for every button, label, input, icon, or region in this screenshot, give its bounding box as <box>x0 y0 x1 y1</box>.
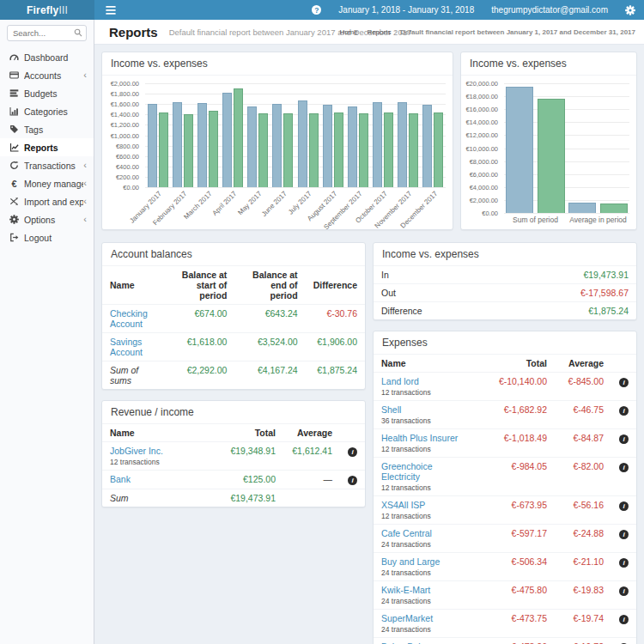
table-row: Buy and Large24 transactions €-506.34 €-… <box>374 553 636 581</box>
sidebar-item-transactions[interactable]: Transactions ‹ <box>0 156 94 174</box>
repeat-icon <box>8 161 21 170</box>
sidebar-menu: Dashboard Accounts ‹ Budgets Categories <box>0 48 94 246</box>
panel-income-expenses-chart: Income vs. expenses €0.00€200.00€400.00€… <box>101 52 453 230</box>
expense-account-link[interactable]: Shell <box>381 404 401 415</box>
table-row: JobGiver Inc. 12 transactions €19,348.91… <box>102 442 365 471</box>
user-email-button[interactable]: thegrumpydictator@gmail.com <box>483 0 617 20</box>
bar-expenses-out- <box>384 112 393 187</box>
table-row: Difference €1,875.24 <box>374 302 636 320</box>
sidebar-item-reports[interactable]: Reports <box>0 138 94 156</box>
expense-account-link[interactable]: SuperMarket <box>381 613 433 623</box>
transactions-count: 12 transactions <box>381 445 470 453</box>
chevron-left-icon: ‹ <box>83 70 87 80</box>
in-out-table: In €19,473.91 Out €-17,598.67 Difference <box>374 266 636 319</box>
bar-expenses-out- <box>409 113 418 187</box>
panel-title: Expenses <box>374 331 636 355</box>
bar-expenses-out- <box>283 113 293 187</box>
bar-expenses-out- <box>234 88 243 187</box>
sidebar-item-logout[interactable]: Logout <box>0 228 94 246</box>
sidebar-item-budgets[interactable]: Budgets <box>0 84 94 102</box>
info-icon[interactable]: i <box>619 406 629 416</box>
sidebar-item-accounts[interactable]: Accounts ‹ <box>0 66 94 84</box>
table-row: Out €-17,598.67 <box>374 284 636 302</box>
search-icon[interactable] <box>74 28 82 39</box>
expense-account-link[interactable]: Greenchoice Electricity <box>381 461 433 482</box>
settings-button[interactable] <box>617 0 644 20</box>
expense-account-link[interactable]: Cafe Central <box>381 528 432 538</box>
bar-expenses-out- <box>334 112 343 187</box>
bar-expenses-out- <box>359 113 368 187</box>
bar-income-in- <box>323 105 332 187</box>
brand-logo[interactable]: FireflyIII <box>0 0 94 20</box>
bar-expenses-out- <box>184 114 193 187</box>
info-icon[interactable]: i <box>348 447 357 457</box>
info-icon[interactable]: i <box>619 501 629 511</box>
help-button[interactable]: ? <box>303 0 330 20</box>
info-icon[interactable]: i <box>619 434 629 444</box>
table-row: Savings Account €1,618.00 €3,524.00 €1,9… <box>102 333 365 361</box>
info-icon[interactable]: i <box>619 378 629 387</box>
revenue-account-link[interactable]: JobGiver Inc. <box>110 446 163 456</box>
table-row: Health Plus Insurer12 transactions €-1,0… <box>374 429 636 458</box>
gears-icon <box>8 215 21 224</box>
panel-in-out: Income vs. expenses In €19,473.91 Out <box>373 242 637 320</box>
transactions-count: 24 transactions <box>381 568 470 577</box>
panel-income-expenses-summary-chart: Income vs. expenses €0.00€2,000.00€4,000… <box>460 52 637 230</box>
bar-income-in- <box>272 104 282 187</box>
table-row: Cafe Central24 transactions €-597.17 €-2… <box>374 525 636 553</box>
table-sum-row: Sum of sums €2,292.00 €4,167.24 €1,875.2… <box>102 361 365 390</box>
chevron-left-icon: ‹ <box>83 197 87 206</box>
table-row: Land lord12 transactions €-10,140.00 €-8… <box>374 373 636 401</box>
info-icon[interactable]: i <box>619 615 629 624</box>
table-row: Kwik-E-Mart24 transactions €-475.80 €-19… <box>374 581 636 610</box>
content-body: Income vs. expenses €0.00€200.00€400.00€… <box>94 45 644 644</box>
income-expenses-summary-bar-chart: €0.00€2,000.00€4,000.00€6,000.00€8,000.0… <box>461 76 636 227</box>
info-icon[interactable]: i <box>619 558 629 568</box>
bar-income-in- <box>247 106 257 187</box>
table-row: Bank €125.00 — i <box>102 471 365 489</box>
sidebar-item-categories[interactable]: Categories <box>0 102 94 120</box>
sidebar-item-import-export[interactable]: Import and export ‹ <box>0 192 94 210</box>
info-icon[interactable]: i <box>619 586 629 596</box>
breadcrumb-reports[interactable]: Reports <box>367 28 391 36</box>
table-row: Baker Bob24 transactions €-473.26 €-19.7… <box>374 638 636 644</box>
bar-expenses-out- <box>258 113 268 187</box>
table-row: Greenchoice Electricity12 transactions €… <box>374 458 636 496</box>
sidebar-item-options[interactable]: Options ‹ <box>0 210 94 228</box>
expense-account-link[interactable]: Kwik-E-Mart <box>381 585 430 595</box>
bar-expenses-out- <box>434 112 443 187</box>
bar-expenses-out- <box>538 99 565 213</box>
panel-title: Account balances <box>102 243 365 266</box>
info-icon[interactable]: i <box>348 476 357 485</box>
sidebar-item-tags[interactable]: Tags <box>0 120 94 138</box>
panel-title: Income vs. expenses <box>102 52 453 76</box>
sidebar-item-dashboard[interactable]: Dashboard <box>0 48 94 66</box>
info-icon[interactable]: i <box>619 530 629 539</box>
breadcrumb-home[interactable]: Home <box>339 28 357 36</box>
chevron-left-icon: ‹ <box>83 161 87 170</box>
bar-income-in- <box>506 87 533 213</box>
sidebar-item-money-management[interactable]: € Money management ‹ <box>0 174 94 192</box>
table-row: SuperMarket24 transactions €-473.75 €-19… <box>374 610 636 638</box>
sidebar-toggle-button[interactable] <box>94 0 127 20</box>
expense-account-link[interactable]: Land lord <box>381 376 419 386</box>
table-row: Shell36 transactions €-1,682.92 €-46.75 … <box>374 401 636 429</box>
bar-income-in- <box>568 203 596 213</box>
date-range-button[interactable]: January 1, 2018 - January 31, 2018 <box>330 0 483 20</box>
bar-chart-icon <box>8 106 21 116</box>
panel-expenses: Expenses Name Total Average <box>373 331 637 644</box>
chevron-left-icon: ‹ <box>83 179 87 188</box>
bar-income-in- <box>298 100 307 187</box>
app-root: FireflyIII ? January 1, 2018 - January 3… <box>0 0 644 644</box>
bar-expenses-out- <box>309 113 319 187</box>
expense-account-link[interactable]: XS4All ISP <box>381 500 425 510</box>
revenue-account-link[interactable]: Bank <box>110 474 131 484</box>
info-icon[interactable]: i <box>619 463 629 472</box>
expense-account-link[interactable]: Health Plus Insurer <box>381 433 458 443</box>
account-link[interactable]: Savings Account <box>110 337 143 357</box>
brand-name-bold: Firefly <box>27 4 58 16</box>
expense-account-link[interactable]: Buy and Large <box>381 556 440 567</box>
random-arrows-icon <box>8 197 21 206</box>
transactions-count: 12 transactions <box>381 483 470 492</box>
account-link[interactable]: Checking Account <box>110 308 148 329</box>
